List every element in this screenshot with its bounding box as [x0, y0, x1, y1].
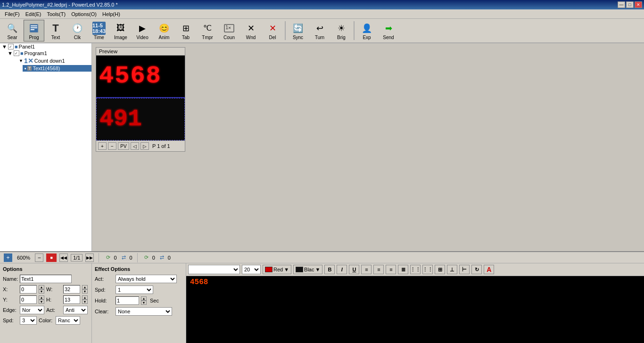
hold-up[interactable]: ▲: [141, 296, 147, 301]
eff-act-label: Act:: [95, 276, 114, 282]
toolbar-wnd[interactable]: ✕ Wnd: [240, 20, 261, 41]
color-select[interactable]: Ranc: [56, 316, 80, 325]
nav-last-button[interactable]: ▶▶: [85, 253, 94, 262]
fg-color-dropdown[interactable]: ▼: [284, 267, 289, 272]
opt-ywh-row: Y: ▲ ▼ H: ▲ ▼: [3, 295, 89, 304]
bold-button[interactable]: B: [324, 265, 335, 274]
sync-icon: 🔄: [291, 22, 305, 35]
zoom-in-button[interactable]: +: [98, 142, 107, 150]
toolbar-tmpr[interactable]: ℃ Tmpr: [197, 20, 218, 41]
list-button[interactable]: ≣: [398, 265, 408, 274]
toolbar-tab[interactable]: ⊞ Tab: [175, 20, 196, 41]
center-h-button[interactable]: ⊢: [459, 265, 470, 274]
h-up[interactable]: ▲: [82, 295, 88, 300]
align-left-button[interactable]: ≡: [361, 265, 372, 274]
next-page-button[interactable]: ▷: [140, 142, 149, 150]
toolbar-brig[interactable]: ☀ Brig: [331, 20, 352, 41]
size-select[interactable]: 20: [242, 265, 261, 274]
menu-tools[interactable]: Tools(T): [44, 10, 68, 18]
center-v-button[interactable]: ⊥: [447, 265, 457, 274]
bg-color-button[interactable]: Blac ▼: [293, 265, 322, 274]
menu-options[interactable]: Options(O): [68, 10, 99, 18]
close-button[interactable]: ✕: [635, 1, 642, 8]
toolbar-clk[interactable]: 🕐 Clk: [67, 20, 88, 41]
svg-rect-2: [31, 27, 37, 28]
minimize-button[interactable]: —: [618, 1, 625, 8]
bg-color-dropdown[interactable]: ▼: [315, 267, 320, 272]
eff-clear-label: Clear:: [95, 309, 114, 314]
counter2-value: 0: [130, 255, 132, 261]
fg-color-swatch: [265, 267, 272, 272]
preview-pv-button[interactable]: PV: [118, 142, 129, 150]
menu-file[interactable]: File(F): [2, 10, 23, 18]
align-right-button[interactable]: ≡: [386, 265, 396, 274]
toolbar-turn[interactable]: ↩ Turn: [309, 20, 330, 41]
text-canvas[interactable]: 4568: [186, 276, 644, 343]
toolbar-exp[interactable]: 👤 Exp: [356, 20, 377, 41]
font-select[interactable]: [188, 265, 240, 274]
fg-color-button[interactable]: Red ▼: [263, 265, 291, 274]
edge-select[interactable]: Nor: [20, 306, 44, 314]
tree-countdown1[interactable]: ▼ 1✕ Count down1: [17, 57, 91, 65]
indent-button[interactable]: ⋮⋮: [410, 265, 421, 274]
toolbar: 🔍 Sear Prog T Text 🕐 Clk 11-518:43 Time …: [0, 19, 644, 43]
opt-edge-row: Edge: Nor Act: Anti: [3, 306, 89, 314]
bottom-area: + 600% − ■ ◀◀ 1/1 ▶▶ ⟳ 0 ⇄ 0 ⟳ 0 ⇄ 0 Opt…: [0, 251, 644, 343]
toolbar-time[interactable]: 11-518:43 Time: [89, 20, 109, 41]
zoom-plus-button[interactable]: +: [4, 253, 12, 262]
toolbar-anim[interactable]: 😊 Anim: [154, 20, 174, 41]
toolbar-text[interactable]: T Text: [45, 20, 66, 41]
text-format-bar: 20 Red ▼ Blac ▼ B I U ≡ ≡ ≡ ≣: [186, 263, 644, 276]
tree-panel1[interactable]: ▼ ✓ ■ Panel1: [0, 43, 91, 50]
h-input[interactable]: [63, 295, 80, 304]
spd-select[interactable]: 3: [20, 316, 37, 325]
w-up[interactable]: ▲: [82, 285, 88, 289]
h-down[interactable]: ▼: [82, 300, 88, 304]
eff-act-select[interactable]: Always hold: [116, 275, 177, 283]
x-input[interactable]: [20, 285, 37, 294]
x-down[interactable]: ▼: [39, 289, 44, 294]
zoom-fit-button[interactable]: ■: [46, 253, 57, 262]
font-color-button[interactable]: A: [484, 265, 494, 274]
act-select[interactable]: Anti: [63, 306, 88, 314]
preview-title: Preview: [96, 48, 185, 56]
w-down[interactable]: ▼: [82, 289, 88, 294]
toolbar-prog[interactable]: Prog: [24, 20, 44, 41]
menu-help[interactable]: Help(H): [99, 10, 123, 18]
program1-checkbox[interactable]: ✓: [14, 50, 19, 56]
eff-clear-select[interactable]: None: [116, 307, 172, 316]
toolbar-image[interactable]: 🖼 Image: [110, 20, 131, 41]
w-input[interactable]: [63, 285, 80, 294]
window-controls: — □ ✕: [618, 1, 642, 8]
zoom-minus-button[interactable]: −: [35, 253, 43, 262]
toolbar-del[interactable]: ✕ Del: [262, 20, 283, 41]
table-button[interactable]: ⊞: [435, 265, 445, 274]
y-input[interactable]: [20, 295, 37, 304]
italic-button[interactable]: I: [337, 265, 347, 274]
eff-hold-input[interactable]: [116, 296, 139, 305]
y-down[interactable]: ▼: [39, 300, 44, 304]
y-up[interactable]: ▲: [39, 295, 44, 300]
panel1-checkbox[interactable]: ✓: [8, 44, 14, 49]
align-center-button[interactable]: ≡: [373, 265, 384, 274]
hold-down[interactable]: ▼: [141, 301, 147, 305]
toolbar-coun[interactable]: 1✕ Coun: [219, 20, 239, 41]
rotate-button[interactable]: ↻: [471, 265, 482, 274]
underline-button[interactable]: U: [349, 265, 359, 274]
turn-icon: ↩: [313, 22, 326, 35]
zoom-out-button[interactable]: −: [108, 142, 116, 150]
name-input[interactable]: [20, 275, 72, 283]
eff-spd-select[interactable]: 1: [116, 286, 153, 294]
menu-edit[interactable]: Edit(E): [23, 10, 44, 18]
toolbar-video[interactable]: ▶ Video: [132, 20, 153, 41]
tree-program1[interactable]: ▼ ✓ ■ Program1: [6, 50, 91, 57]
toolbar-send[interactable]: ➡ Send: [378, 20, 399, 41]
prev-page-button[interactable]: ◁: [131, 142, 139, 150]
nav-first-button[interactable]: ◀◀: [59, 253, 68, 262]
outdent-button[interactable]: ⋮⋮: [422, 265, 433, 274]
toolbar-sear[interactable]: 🔍 Sear: [2, 20, 23, 41]
x-up[interactable]: ▲: [39, 285, 44, 289]
maximize-button[interactable]: □: [626, 1, 634, 8]
tree-text1[interactable]: ▪ T Text1(4568): [23, 65, 91, 72]
toolbar-sync[interactable]: 🔄 Sync: [288, 20, 308, 41]
